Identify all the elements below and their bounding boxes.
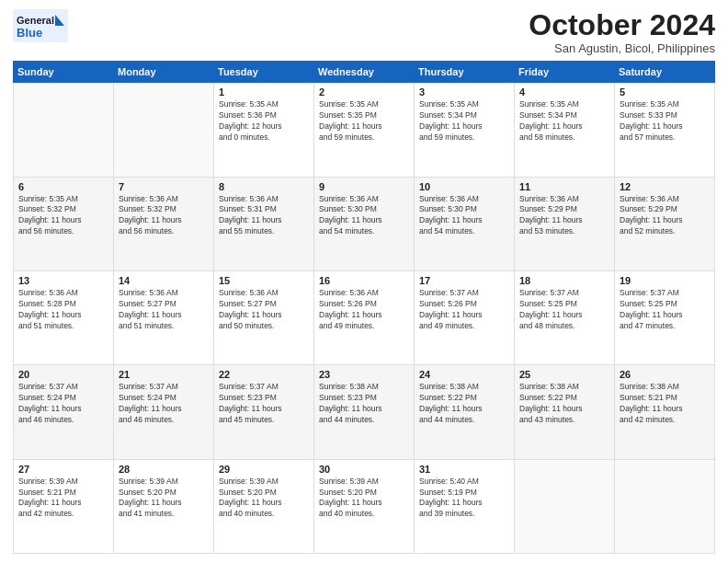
day-info: Sunrise: 5:36 AMSunset: 5:29 PMDaylight:…: [620, 194, 710, 238]
day-number: 3: [419, 86, 509, 98]
day-info: Sunrise: 5:35 AMSunset: 5:32 PMDaylight:…: [18, 194, 108, 238]
day-info: Sunrise: 5:36 AMSunset: 5:26 PMDaylight:…: [319, 288, 409, 332]
weekday-header-row: SundayMondayTuesdayWednesdayThursdayFrid…: [14, 62, 715, 83]
calendar-cell: 4Sunrise: 5:35 AMSunset: 5:34 PMDaylight…: [515, 83, 615, 177]
day-number: 26: [620, 369, 710, 380]
day-number: 29: [219, 464, 309, 475]
day-number: 22: [219, 369, 309, 380]
logo-svg: GeneralBlue: [13, 9, 68, 42]
month-title: October 2024: [529, 9, 715, 41]
day-info: Sunrise: 5:37 AMSunset: 5:25 PMDaylight:…: [620, 288, 710, 332]
day-number: 14: [119, 275, 209, 286]
calendar-cell: [14, 83, 114, 177]
calendar-cell: [615, 459, 715, 553]
day-info: Sunrise: 5:35 AMSunset: 5:36 PMDaylight:…: [219, 99, 309, 144]
day-info: Sunrise: 5:36 AMSunset: 5:27 PMDaylight:…: [119, 288, 209, 332]
day-info: Sunrise: 5:36 AMSunset: 5:29 PMDaylight:…: [519, 194, 609, 238]
calendar-cell: 24Sunrise: 5:38 AMSunset: 5:22 PMDayligh…: [415, 365, 515, 459]
calendar-cell: 13Sunrise: 5:36 AMSunset: 5:28 PMDayligh…: [14, 270, 114, 364]
day-number: 4: [519, 86, 609, 98]
day-number: 24: [419, 369, 509, 380]
weekday-header-thursday: Thursday: [415, 62, 515, 83]
day-info: Sunrise: 5:36 AMSunset: 5:32 PMDaylight:…: [119, 194, 209, 238]
day-number: 28: [119, 464, 209, 475]
day-number: 10: [419, 181, 509, 192]
calendar-cell: 8Sunrise: 5:36 AMSunset: 5:31 PMDaylight…: [214, 177, 314, 270]
day-info: Sunrise: 5:38 AMSunset: 5:22 PMDaylight:…: [419, 382, 509, 426]
calendar-cell: 26Sunrise: 5:38 AMSunset: 5:21 PMDayligh…: [615, 365, 715, 459]
week-row-1: 1Sunrise: 5:35 AMSunset: 5:36 PMDaylight…: [14, 83, 715, 177]
day-number: 25: [519, 369, 609, 380]
calendar-cell: 18Sunrise: 5:37 AMSunset: 5:25 PMDayligh…: [515, 270, 615, 364]
day-number: 31: [419, 464, 509, 475]
weekday-header-monday: Monday: [114, 62, 214, 83]
weekday-header-saturday: Saturday: [615, 62, 715, 83]
day-number: 21: [119, 369, 209, 380]
day-info: Sunrise: 5:37 AMSunset: 5:25 PMDaylight:…: [519, 288, 609, 332]
day-info: Sunrise: 5:38 AMSunset: 5:22 PMDaylight:…: [519, 382, 609, 426]
day-number: 16: [319, 275, 409, 286]
day-info: Sunrise: 5:37 AMSunset: 5:23 PMDaylight:…: [219, 382, 309, 426]
week-row-2: 6Sunrise: 5:35 AMSunset: 5:32 PMDaylight…: [14, 177, 715, 270]
calendar-cell: 5Sunrise: 5:35 AMSunset: 5:33 PMDaylight…: [615, 83, 715, 177]
day-info: Sunrise: 5:36 AMSunset: 5:27 PMDaylight:…: [219, 288, 309, 332]
day-info: Sunrise: 5:37 AMSunset: 5:24 PMDaylight:…: [18, 382, 108, 426]
day-info: Sunrise: 5:39 AMSunset: 5:20 PMDaylight:…: [119, 477, 209, 521]
calendar-table: SundayMondayTuesdayWednesdayThursdayFrid…: [13, 61, 715, 554]
calendar-cell: 10Sunrise: 5:36 AMSunset: 5:30 PMDayligh…: [415, 177, 515, 270]
day-info: Sunrise: 5:39 AMSunset: 5:20 PMDaylight:…: [219, 477, 309, 521]
calendar-cell: 7Sunrise: 5:36 AMSunset: 5:32 PMDaylight…: [114, 177, 214, 270]
weekday-header-friday: Friday: [515, 62, 615, 83]
day-info: Sunrise: 5:38 AMSunset: 5:21 PMDaylight:…: [620, 382, 710, 426]
calendar-cell: 31Sunrise: 5:40 AMSunset: 5:19 PMDayligh…: [415, 459, 515, 553]
calendar-cell: 25Sunrise: 5:38 AMSunset: 5:22 PMDayligh…: [515, 365, 615, 459]
day-number: 18: [519, 275, 609, 286]
day-info: Sunrise: 5:35 AMSunset: 5:34 PMDaylight:…: [419, 99, 509, 144]
weekday-header-sunday: Sunday: [14, 62, 114, 83]
calendar-cell: 11Sunrise: 5:36 AMSunset: 5:29 PMDayligh…: [515, 177, 615, 270]
day-number: 19: [620, 275, 710, 286]
day-number: 5: [620, 86, 710, 98]
calendar-cell: 29Sunrise: 5:39 AMSunset: 5:20 PMDayligh…: [214, 459, 314, 553]
day-number: 1: [219, 86, 309, 98]
calendar-cell: 22Sunrise: 5:37 AMSunset: 5:23 PMDayligh…: [214, 365, 314, 459]
logo: GeneralBlue: [13, 9, 68, 42]
location-subtitle: San Agustin, Bicol, Philippines: [529, 41, 715, 55]
day-number: 13: [18, 275, 108, 286]
day-info: Sunrise: 5:35 AMSunset: 5:34 PMDaylight:…: [519, 99, 609, 144]
day-number: 8: [219, 181, 309, 192]
day-info: Sunrise: 5:35 AMSunset: 5:35 PMDaylight:…: [319, 99, 409, 144]
day-info: Sunrise: 5:40 AMSunset: 5:19 PMDaylight:…: [419, 477, 509, 521]
page: GeneralBlue October 2024 San Agustin, Bi…: [0, 0, 728, 563]
calendar-cell: 6Sunrise: 5:35 AMSunset: 5:32 PMDaylight…: [14, 177, 114, 270]
calendar-cell: 2Sunrise: 5:35 AMSunset: 5:35 PMDaylight…: [314, 83, 415, 177]
calendar-cell: 17Sunrise: 5:37 AMSunset: 5:26 PMDayligh…: [415, 270, 515, 364]
calendar-cell: [114, 83, 214, 177]
week-row-4: 20Sunrise: 5:37 AMSunset: 5:24 PMDayligh…: [14, 365, 715, 459]
week-row-3: 13Sunrise: 5:36 AMSunset: 5:28 PMDayligh…: [14, 270, 715, 364]
day-info: Sunrise: 5:37 AMSunset: 5:24 PMDaylight:…: [119, 382, 209, 426]
calendar-cell: 19Sunrise: 5:37 AMSunset: 5:25 PMDayligh…: [615, 270, 715, 364]
day-number: 15: [219, 275, 309, 286]
weekday-header-wednesday: Wednesday: [314, 62, 415, 83]
calendar-cell: 12Sunrise: 5:36 AMSunset: 5:29 PMDayligh…: [615, 177, 715, 270]
weekday-header-tuesday: Tuesday: [214, 62, 314, 83]
day-info: Sunrise: 5:38 AMSunset: 5:23 PMDaylight:…: [319, 382, 409, 426]
calendar-cell: [515, 459, 615, 553]
day-number: 20: [18, 369, 108, 380]
calendar-cell: 1Sunrise: 5:35 AMSunset: 5:36 PMDaylight…: [214, 83, 314, 177]
day-info: Sunrise: 5:39 AMSunset: 5:20 PMDaylight:…: [319, 477, 409, 521]
calendar-cell: 30Sunrise: 5:39 AMSunset: 5:20 PMDayligh…: [314, 459, 415, 553]
day-number: 27: [18, 464, 108, 475]
calendar-cell: 23Sunrise: 5:38 AMSunset: 5:23 PMDayligh…: [314, 365, 415, 459]
day-number: 23: [319, 369, 409, 380]
calendar-cell: 21Sunrise: 5:37 AMSunset: 5:24 PMDayligh…: [114, 365, 214, 459]
calendar-cell: 27Sunrise: 5:39 AMSunset: 5:21 PMDayligh…: [14, 459, 114, 553]
day-number: 30: [319, 464, 409, 475]
calendar-cell: 3Sunrise: 5:35 AMSunset: 5:34 PMDaylight…: [415, 83, 515, 177]
day-number: 9: [319, 181, 409, 192]
day-number: 6: [18, 181, 108, 192]
calendar-cell: 15Sunrise: 5:36 AMSunset: 5:27 PMDayligh…: [214, 270, 314, 364]
day-number: 17: [419, 275, 509, 286]
day-number: 2: [319, 86, 409, 98]
